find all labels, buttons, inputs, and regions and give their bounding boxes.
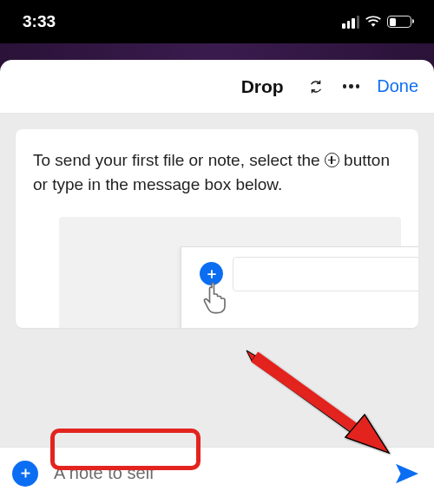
battery-icon <box>387 16 411 28</box>
wifi-icon <box>365 16 382 28</box>
onboarding-text: To send your first file or note, select … <box>33 148 401 196</box>
status-icons <box>342 16 411 29</box>
onboarding-illustration <box>59 217 401 328</box>
done-button[interactable]: Done <box>377 76 418 96</box>
add-attachment-button[interactable] <box>12 461 38 487</box>
page-title: Drop <box>241 76 284 97</box>
cellular-icon <box>342 16 359 29</box>
modal-sheet: Drop Done To send your first file or not… <box>0 60 434 504</box>
status-time: 3:33 <box>23 12 56 31</box>
send-button[interactable] <box>392 461 422 487</box>
plus-circle-icon <box>325 153 339 167</box>
onboarding-text-part1: To send your first file or note, select … <box>33 151 325 169</box>
onboarding-card: To send your first file or note, select … <box>16 129 418 328</box>
more-options-button[interactable] <box>339 81 364 92</box>
status-bar: 3:33 <box>0 0 434 43</box>
pointer-hand-icon <box>201 281 231 316</box>
sheet-header: Drop Done <box>0 60 434 114</box>
message-input[interactable] <box>50 458 380 488</box>
content-area: To send your first file or note, select … <box>0 114 434 447</box>
sync-icon[interactable] <box>306 77 326 96</box>
composer-bar <box>0 447 434 504</box>
